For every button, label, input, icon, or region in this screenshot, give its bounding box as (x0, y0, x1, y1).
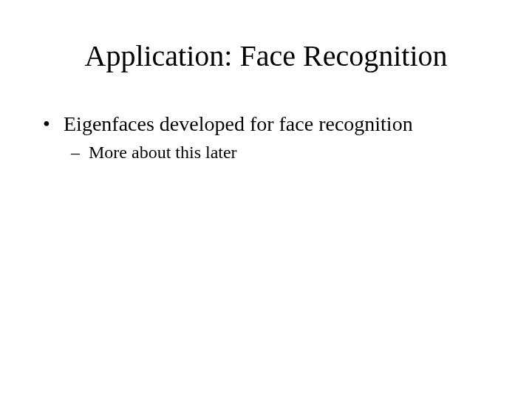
dash-marker-icon: – (71, 141, 89, 163)
bullet-level-1: • Eigenfaces developed for face recognit… (43, 111, 502, 137)
bullet-level-2: – More about this later (71, 141, 502, 163)
slide: Application: Face Recognition • Eigenfac… (0, 0, 532, 399)
subbullet-text: More about this later (89, 141, 237, 163)
bullet-marker-icon: • (43, 111, 64, 137)
bullet-text: Eigenfaces developed for face recognitio… (64, 111, 413, 137)
slide-body: • Eigenfaces developed for face recognit… (43, 111, 502, 163)
slide-title: Application: Face Recognition (0, 38, 532, 73)
